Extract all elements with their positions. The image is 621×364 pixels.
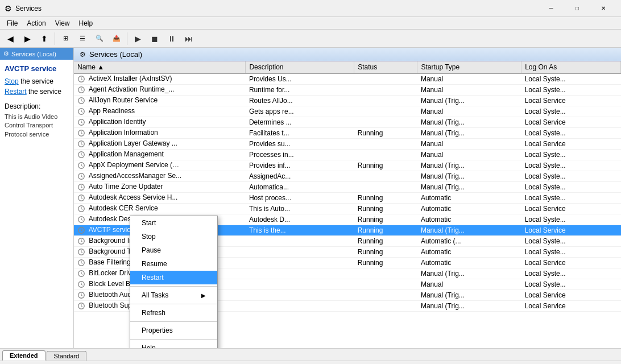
toolbar: ◀ ▶ ⬆ ⊞ ☰ 🔍 📤 ▶ ◼ ⏸ ⏭ [0, 30, 621, 48]
table-header: Name ▲ Description Status Startup Type L… [74, 61, 621, 73]
service-logon: Local Syste... [521, 268, 621, 279]
service-status [354, 289, 417, 300]
toolbar-back[interactable]: ◀ [2, 31, 18, 46]
table-row[interactable]: Application Information Facilitates t...… [74, 127, 621, 138]
table-row[interactable]: Application Identity Determines ... Manu… [74, 117, 621, 127]
right-panel: ⚙ Services (Local) Name ▲ Description St… [74, 48, 621, 348]
context-menu: StartStopPauseResumeRestartAll Tasks▶Ref… [130, 216, 218, 348]
left-panel-header: ⚙ Services (Local) [0, 48, 73, 60]
service-status [354, 171, 417, 181]
tab-extended[interactable]: Extended [2, 350, 45, 361]
context-menu-item[interactable]: Restart [130, 271, 217, 284]
col-header-status[interactable]: Status [354, 61, 417, 73]
left-panel: ⚙ Services (Local) AVCTP service Stop th… [0, 48, 74, 348]
table-row[interactable]: Auto Time Zone Updater Automatica... Man… [74, 181, 621, 192]
status-bar: Stop and Start service AVCTP service on … [0, 361, 621, 364]
context-menu-separator [130, 339, 217, 340]
service-logon: Local Service [521, 300, 621, 311]
table-row[interactable]: ActiveX Installer (AxInstSV) Provides Us… [74, 73, 621, 84]
service-desc: Routes AllJo... [246, 95, 354, 106]
service-logon: Local Service [521, 117, 621, 127]
service-desc: Provides su... [246, 138, 354, 149]
service-logon: Local Service [521, 257, 621, 268]
tab-standard[interactable]: Standard [47, 351, 87, 361]
service-status: Running [354, 160, 417, 171]
menu-help[interactable]: Help [74, 18, 98, 28]
context-menu-item[interactable]: Stop [130, 230, 217, 243]
context-menu-item[interactable]: Properties [130, 324, 217, 337]
table-row[interactable]: AllJoyn Router Service Routes AllJo... M… [74, 95, 621, 106]
toolbar-show-hide[interactable]: ⊞ [57, 31, 73, 46]
table-row[interactable]: Application Management Processes in... M… [74, 149, 621, 160]
service-logon: Local Service [521, 95, 621, 106]
context-menu-item[interactable]: Start [130, 216, 217, 230]
service-icon [77, 291, 85, 299]
service-icon [77, 140, 85, 148]
col-header-startup[interactable]: Startup Type [417, 61, 521, 73]
service-startup: Manual (Trig... [417, 160, 521, 171]
restart-link[interactable]: Restart [5, 88, 27, 96]
service-status: Running [354, 225, 417, 235]
service-startup: Manual (Trig... [417, 300, 521, 311]
toolbar-up[interactable]: ⬆ [36, 31, 52, 46]
menu-file[interactable]: File [2, 18, 22, 28]
context-menu-item[interactable]: Pause [130, 243, 217, 257]
table-row[interactable]: AppX Deployment Service (… Provides inf.… [74, 160, 621, 171]
ctx-item-label: Restart [142, 274, 164, 282]
service-logon: Local Syste... [521, 127, 621, 138]
menu-action[interactable]: Action [22, 18, 50, 28]
service-status: Running [354, 214, 417, 225]
service-desc [246, 246, 354, 257]
context-menu-item[interactable]: Help [130, 341, 217, 348]
service-icon [77, 129, 85, 137]
context-menu-item[interactable]: Resume [130, 257, 217, 271]
service-icon [77, 270, 85, 278]
table-row[interactable]: Application Layer Gateway ... Provides s… [74, 138, 621, 149]
table-row[interactable]: Agent Activation Runtime_... Runtime for… [74, 84, 621, 95]
toolbar-detail[interactable]: ☰ [74, 31, 90, 46]
description-label: Description: [5, 102, 69, 110]
service-startup: Manual [417, 138, 521, 149]
context-menu-item[interactable]: Refresh [130, 306, 217, 320]
table-row[interactable]: Autodesk Access Service H... Host proces… [74, 192, 621, 203]
stop-link[interactable]: Stop [5, 77, 19, 85]
service-icon [77, 75, 85, 83]
service-status [354, 73, 417, 84]
minimize-button[interactable]: ─ [538, 0, 564, 17]
service-desc: Gets apps re... [246, 106, 354, 117]
col-header-name[interactable]: Name ▲ [74, 61, 246, 73]
context-menu-item-arrow[interactable]: All Tasks▶ [130, 288, 217, 302]
service-status [354, 117, 417, 127]
toolbar-export[interactable]: 📤 [109, 31, 125, 46]
toolbar-forward[interactable]: ▶ [19, 31, 35, 46]
service-status [354, 106, 417, 117]
service-desc: Provides Us... [246, 73, 354, 84]
table-row[interactable]: App Readiness Gets apps re... Manual Loc… [74, 106, 621, 117]
service-status [354, 279, 417, 289]
service-status: Running [354, 192, 417, 203]
restart-service-line: Restart the service [5, 88, 69, 96]
close-button[interactable]: ✕ [590, 0, 616, 17]
toolbar-pause[interactable]: ⏸ [164, 31, 180, 46]
toolbar-mapnw[interactable]: 🔍 [92, 31, 107, 46]
left-panel-content: AVCTP service Stop the service Restart t… [0, 60, 73, 348]
service-name: Application Management [89, 150, 164, 158]
description-section: Description: This is Audio Video Control… [5, 102, 69, 139]
toolbar-restart[interactable]: ⏭ [181, 31, 197, 46]
service-logon: Local Syste... [521, 181, 621, 192]
table-row[interactable]: Autodesk CER Service This is Auto... Run… [74, 203, 621, 214]
toolbar-stop[interactable]: ◼ [147, 31, 163, 46]
service-status [354, 95, 417, 106]
context-menu-separator [130, 286, 217, 287]
menu-view[interactable]: View [51, 18, 74, 28]
service-desc: Autodesk D... [246, 214, 354, 225]
service-icon [77, 237, 85, 245]
context-menu-separator [130, 321, 217, 322]
col-header-desc[interactable]: Description [246, 61, 354, 73]
service-startup: Automatic [417, 246, 521, 257]
maximize-button[interactable]: □ [564, 0, 590, 17]
toolbar-play[interactable]: ▶ [130, 31, 146, 46]
ctx-submenu-arrow: ▶ [201, 292, 206, 299]
table-row[interactable]: AssignedAccessManager Se... AssignedAc..… [74, 171, 621, 181]
col-header-logon[interactable]: Log On As [521, 61, 621, 73]
